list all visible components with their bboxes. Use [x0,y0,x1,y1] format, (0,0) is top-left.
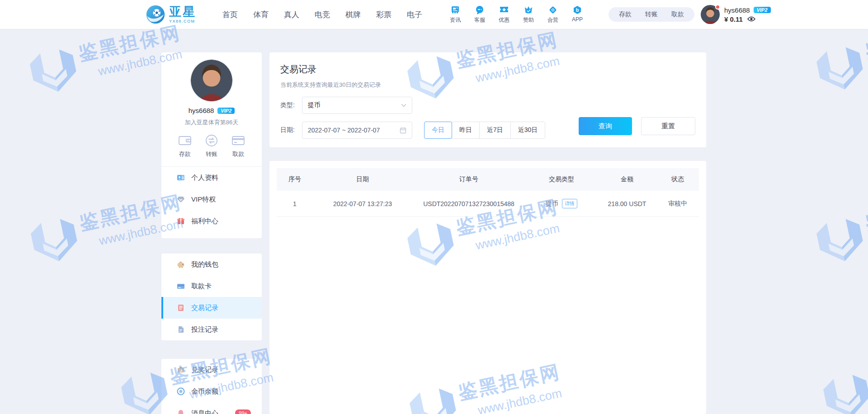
calendar-icon [400,127,406,134]
sidebar-withdraw-button[interactable]: 取款 [231,134,245,158]
watermark: 鉴黑担保网www.jhdb8.com [811,187,868,268]
transactions-doc-icon [177,304,185,312]
action-label: 取款 [232,150,244,158]
watermark-title: 鉴黑担保网 [863,189,868,236]
quick-partner[interactable]: 合营 [542,5,564,24]
pill-withdraw[interactable]: 取款 [665,10,691,19]
sidebar-profile-card: hys6688 VIP2 加入亚星体育第86天 存款 转账 取款 [161,52,262,238]
nav-home[interactable]: 首页 [222,9,238,20]
range-7days-button[interactable]: 近7日 [479,122,511,139]
prize-icon [177,366,185,374]
range-yesterday-button[interactable]: 昨日 [452,122,480,139]
avatar[interactable] [190,59,233,102]
transfer-icon [204,134,219,147]
watermark-logo-icon [818,370,868,414]
quick-label: 资讯 [450,16,461,24]
cell-type-value: 提币 [546,200,558,208]
quick-label: 客服 [474,16,485,24]
main-nav: 首页 体育 真人 电竞 棋牌 彩票 电子 [222,9,438,20]
quick-promo[interactable]: 优惠 [493,5,515,24]
quick-label: APP [572,16,583,23]
withdraw-card-icon [231,134,245,147]
menu-label: 个人资料 [191,174,218,182]
cell-date: 2022-07-07 13:27:23 [313,200,412,207]
table-row: 1 2022-07-07 13:27:23 USDT20220707132723… [277,191,699,217]
records-table-card: 序号 日期 订单号 交易类型 金额 状态 1 2022-07-07 13:27:… [269,161,706,414]
date-range-input[interactable]: 2022-07-07 ~ 2022-07-07 [302,122,412,139]
sidebar-wallet-card: 我的钱包 取款卡 交易记录 投注记录 [161,254,262,340]
nav-sports[interactable]: 体育 [253,9,269,20]
watermark-logo-icon [25,214,84,268]
sidebar-item-vip[interactable]: VIP特权 [161,188,262,210]
profile-username: hys6688 [189,107,214,114]
chevron-down-icon [401,104,406,107]
nav-lottery[interactable]: 彩票 [376,9,392,20]
menu-label: 消息中心 [191,409,218,414]
partner-handshake-icon [548,5,558,15]
eye-icon[interactable] [747,16,755,22]
quick-sponsor[interactable]: 赞助 [517,5,540,24]
cell-type: 提币 详情 [525,199,598,208]
profile-vip-badge: VIP2 [217,108,235,114]
cell-amount: 218.00 USDT [598,200,656,207]
pill-transfer[interactable]: 转账 [638,10,665,19]
watermark-logo-icon [811,42,868,96]
watermark-logo-icon [24,45,83,98]
sidebar-item-welfare[interactable]: 福利中心 [161,210,262,232]
sidebar-item-bets[interactable]: 投注记录 [161,319,262,340]
sidebar-item-coins[interactable]: 金币余额 [161,381,262,402]
top-header: 亚星 YX88.COM 首页 体育 真人 电竞 棋牌 彩票 电子 资讯 客服 [0,0,868,29]
sidebar-deposit-button[interactable]: 存款 [178,134,192,158]
type-select-value: 提币 [308,101,401,109]
sidebar-item-transactions[interactable]: 交易记录 [161,297,262,319]
bets-doc-icon [177,325,185,334]
detail-button[interactable]: 详情 [562,199,577,208]
type-label: 类型: [280,101,302,109]
menu-label: 我的钱包 [191,260,218,269]
pill-deposit[interactable]: 存款 [612,10,638,19]
sidebar-transfer-button[interactable]: 转账 [204,134,219,158]
col-order-no: 订单号 [412,175,525,183]
query-button[interactable]: 查询 [579,117,632,135]
sidebar-item-messages[interactable]: 消息中心 99+ [161,402,262,414]
sidebar-item-withdraw-card[interactable]: 取款卡 [161,275,262,297]
nav-slots[interactable]: 电子 [407,9,422,20]
cell-status: 审核中 [656,200,699,208]
col-date: 日期 [313,175,412,183]
brand-domain: YX88.COM [169,19,196,24]
quick-service[interactable]: 客服 [468,5,491,24]
customer-service-icon [475,5,485,15]
type-select[interactable]: 提币 [302,97,412,114]
cell-index: 1 [277,200,313,207]
gift-icon [177,217,185,225]
reset-button[interactable]: 重置 [641,117,695,135]
range-today-button[interactable]: 今日 [424,122,452,139]
quick-news[interactable]: 资讯 [444,5,467,24]
filter-card: 交易记录 当前系统支持查询最近30日的交易记录 类型: 提币 日期: 2022-… [269,52,706,147]
site-logo[interactable]: 亚星 YX88.COM [146,5,196,24]
nav-live[interactable]: 真人 [284,9,299,20]
quick-links: 资讯 客服 优惠 赞助 合营 b [444,5,590,24]
quick-app[interactable]: b APP [566,5,589,24]
nav-chess[interactable]: 棋牌 [345,9,361,20]
sidebar-item-wallet[interactable]: 我的钱包 [161,254,262,275]
vip-badge: VIP2 [754,7,771,13]
col-index: 序号 [277,175,313,183]
sidebar-item-prizes[interactable]: 兑奖记录 [161,359,262,381]
quick-label: 赞助 [523,16,534,24]
action-label: 转账 [206,150,217,158]
wallet-pill: 存款 转账 取款 [609,7,694,22]
sidebar-item-profile[interactable]: 个人资料 [161,167,262,188]
header-avatar[interactable] [701,5,720,24]
deposit-wallet-icon [178,134,192,147]
svg-text:b: b [576,7,579,13]
page-title: 交易记录 [280,63,695,75]
menu-label: VIP特权 [191,195,216,204]
balance-amount: ¥ 0.11 [724,15,743,23]
menu-label: 金币余额 [191,387,218,396]
nav-esports[interactable]: 电竞 [315,9,330,20]
range-30days-button[interactable]: 近30日 [510,122,546,139]
watermark-logo-icon [811,214,868,268]
col-status: 状态 [656,175,699,183]
action-label: 存款 [179,150,191,158]
